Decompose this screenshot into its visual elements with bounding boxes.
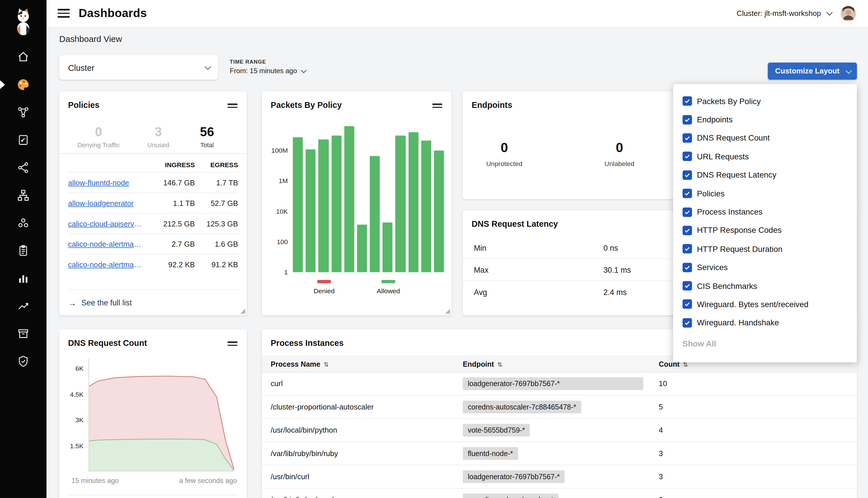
layout-toggle-label: Services: [697, 263, 728, 272]
sidebar-item-threat-defense[interactable]: [0, 348, 47, 375]
checkbox-checked-icon[interactable]: [683, 189, 692, 198]
sidebar-item-image-assurance[interactable]: [0, 320, 47, 348]
layout-toggle-services[interactable]: Services: [673, 258, 857, 277]
allowed-packets-bar[interactable]: [293, 137, 303, 272]
layout-toggle-process-instances[interactable]: Process Instances: [673, 203, 857, 221]
endpoint-column-header[interactable]: Endpoint⇅: [463, 360, 659, 368]
sidebar-item-compliance-reports[interactable]: [0, 237, 47, 265]
cluster-selector-label: Cluster: jlt-msft-workshop: [737, 9, 821, 18]
layout-toggle-endpoints[interactable]: Endpoints: [673, 110, 857, 129]
endpoint-chip[interactable]: vote-5655bd759-*: [463, 424, 530, 437]
sidebar-item-activity-chart[interactable]: [0, 265, 47, 292]
dashboard-view-select[interactable]: Cluster: [59, 55, 218, 80]
allowed-packets-bar[interactable]: [421, 141, 431, 272]
layout-toggle-url-requests[interactable]: URL Requests: [673, 147, 857, 166]
layout-toggle-cis-benchmarks[interactable]: CIS Benchmarks: [673, 276, 857, 295]
policy-stat-denying-traffic[interactable]: 0Denying Traffic: [68, 124, 129, 148]
endpoint-chip[interactable]: coredns-autoscaler-7c88465478-*: [463, 401, 581, 414]
policies-icon: [16, 133, 30, 147]
checkbox-checked-icon[interactable]: [683, 318, 692, 328]
endpoint-stat-unprotected[interactable]: 0Unprotected: [474, 140, 535, 168]
layout-toggle-policies[interactable]: Policies: [673, 184, 857, 203]
layout-toggle-wireguard-handshake[interactable]: Wireguard. Handshake: [673, 314, 857, 332]
layout-toggle-label: Wireguard. Handshake: [697, 318, 779, 327]
checkbox-checked-icon[interactable]: [683, 207, 692, 217]
endpoint-stat-unlabeled[interactable]: 0Unlabeled: [589, 140, 650, 168]
allowed-packets-bar[interactable]: [434, 151, 444, 272]
drag-handle-icon[interactable]: [432, 100, 443, 112]
layout-toggle-http-response-codes[interactable]: HTTP Response Codes: [673, 221, 857, 240]
policy-name-link[interactable]: calico-node-alertmana…: [68, 240, 144, 248]
checkbox-checked-icon[interactable]: [683, 281, 692, 291]
policies-table: INGRESS EGRESS allow-fluentd-node146.7 G…: [68, 156, 238, 274]
allowed-packets-bar[interactable]: [396, 135, 406, 272]
customize-layout-button[interactable]: Customize Layout: [768, 63, 857, 80]
dns-legend: Successful5,572: [68, 495, 238, 498]
sort-icon[interactable]: ⇅: [324, 361, 329, 368]
legend-item-denied[interactable]: Denied: [314, 280, 335, 295]
process-name: /usr/bin/kube-bench: [271, 496, 463, 498]
resize-handle[interactable]: [445, 309, 450, 314]
endpoint-chip[interactable]: loadgenerator-7697bb7567-*: [463, 471, 565, 483]
checkbox-checked-icon[interactable]: [683, 152, 692, 161]
layout-toggle-dns-request-count[interactable]: DNS Request Count: [673, 129, 857, 147]
sidebar-item-service-graph[interactable]: [0, 99, 47, 126]
sidebar-item-applications[interactable]: [0, 209, 47, 237]
legend-label: Denied: [314, 287, 335, 295]
process-table: Process Name⇅ Endpoint⇅ Count⇅ curlloadg…: [262, 356, 857, 498]
checkbox-checked-icon[interactable]: [683, 170, 692, 180]
user-avatar[interactable]: [841, 6, 856, 21]
drag-handle-icon[interactable]: [227, 338, 238, 349]
sidebar-item-nodes[interactable]: [0, 154, 47, 182]
show-all-button[interactable]: Show All: [683, 339, 857, 348]
policy-stat-unused[interactable]: 3Unused: [137, 124, 180, 148]
policy-name-link[interactable]: allow-fluentd-node: [68, 179, 144, 187]
checkbox-checked-icon[interactable]: [683, 96, 692, 106]
policy-name-link[interactable]: calico-cloud-apiserver-…: [68, 220, 144, 228]
page-title: Dashboards: [79, 6, 147, 20]
drag-handle-icon[interactable]: [227, 100, 238, 112]
sidebar-item-dashboards[interactable]: [0, 71, 47, 99]
layout-toggle-dns-request-latency[interactable]: DNS Request Latency: [673, 166, 857, 184]
allowed-packets-bar[interactable]: [306, 149, 316, 272]
allowed-packets-bar[interactable]: [370, 156, 380, 272]
checkbox-checked-icon[interactable]: [683, 244, 692, 254]
allowed-packets-bar[interactable]: [319, 140, 329, 272]
divider: [59, 153, 247, 154]
allowed-packets-bar[interactable]: [383, 222, 393, 272]
checkbox-checked-icon[interactable]: [683, 133, 692, 143]
endpoint-chip[interactable]: fluentd-node-*: [463, 447, 518, 460]
y-tick-label: 3K: [76, 416, 83, 424]
process-name: curl: [271, 380, 463, 388]
activity-chart-icon: [16, 272, 30, 285]
endpoint-chip[interactable]: loadgenerator-7697bb7567-*: [463, 378, 643, 390]
checkbox-checked-icon[interactable]: [683, 115, 692, 124]
layout-toggle-http-request-duration[interactable]: HTTP Request Duration: [673, 240, 857, 258]
policy-stat-total[interactable]: 56Total: [188, 124, 226, 148]
sort-icon[interactable]: ⇅: [497, 361, 503, 368]
resize-handle[interactable]: [240, 309, 245, 314]
allowed-packets-bar[interactable]: [357, 224, 367, 272]
checkbox-checked-icon[interactable]: [683, 226, 692, 235]
process-name-column-header[interactable]: Process Name⇅: [271, 360, 463, 368]
legend-item-allowed[interactable]: Allowed: [377, 280, 400, 295]
sidebar-item-policies[interactable]: [0, 126, 47, 154]
layout-toggle-wireguard-bytes-sent-received[interactable]: Wireguard. Bytes sent/received: [673, 295, 857, 314]
sidebar-item-network-sets[interactable]: [0, 182, 47, 209]
allowed-packets-bar[interactable]: [344, 126, 354, 272]
sidebar-item-home[interactable]: [0, 43, 47, 71]
checkbox-checked-icon[interactable]: [683, 263, 692, 272]
calico-logo[interactable]: [0, 0, 47, 43]
allowed-packets-bar[interactable]: [408, 132, 418, 272]
checkbox-checked-icon[interactable]: [683, 300, 692, 309]
sidebar-item-timeline[interactable]: [0, 292, 47, 320]
cluster-selector[interactable]: Cluster: jlt-msft-workshop: [737, 9, 831, 18]
endpoint-chip[interactable]: compliance-benchmarker-*: [463, 494, 559, 498]
policy-name-link[interactable]: allow-loadgenerator: [68, 199, 144, 207]
policy-name-link[interactable]: calico-node-alertmana…: [68, 260, 144, 268]
allowed-packets-bar[interactable]: [331, 135, 341, 272]
see-full-list-link[interactable]: → See the full list: [68, 289, 238, 315]
time-range-control[interactable]: TIME RANGE From: 15 minutes ago: [230, 59, 305, 75]
layout-toggle-packets-by-policy[interactable]: Packets By Policy: [673, 92, 857, 110]
menu-hamburger-icon[interactable]: [57, 6, 70, 20]
